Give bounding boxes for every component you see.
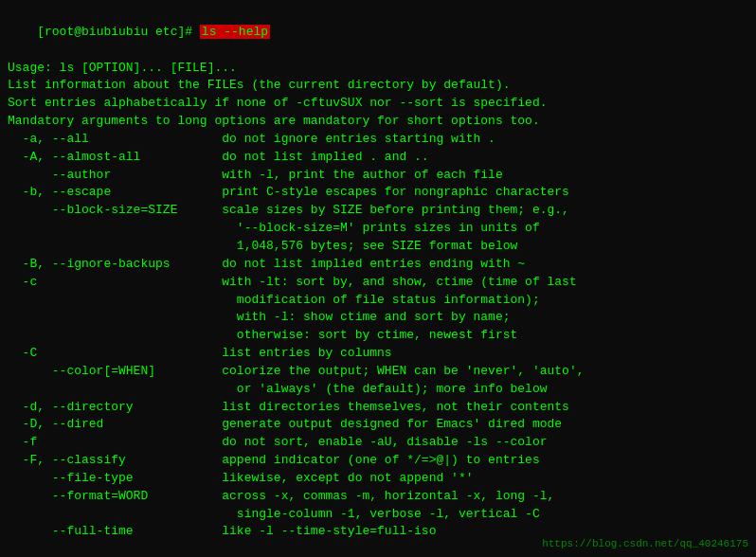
- terminal-line: -b, --escape print C-style escapes for n…: [8, 184, 748, 202]
- terminal-line: with -l: show ctime and sort by name;: [8, 309, 748, 327]
- terminal-line: --color[=WHEN] colorize the output; WHEN…: [8, 363, 748, 381]
- terminal-line: --format=WORD across -x, commas -m, hori…: [8, 488, 748, 506]
- terminal-line: 1,048,576 bytes; see SIZE format below: [8, 238, 748, 256]
- terminal-line: --author with -l, print the author of ea…: [8, 167, 748, 185]
- terminal-line: -C list entries by columns: [8, 345, 748, 363]
- terminal-line: --file-type likewise, except do not appe…: [8, 470, 748, 488]
- terminal-line: -D, --dired generate output designed for…: [8, 416, 748, 434]
- terminal-line: List information about the FILEs (the cu…: [8, 77, 748, 95]
- terminal-line: modification of file status information)…: [8, 292, 748, 310]
- prompt-text: [root@biubiubiu etc]#: [37, 25, 200, 39]
- terminal-line: -d, --directory list directories themsel…: [8, 399, 748, 417]
- terminal-line: single-column -1, verbose -l, vertical -…: [8, 506, 748, 524]
- terminal-line: Usage: ls [OPTION]... [FILE]...: [8, 60, 748, 78]
- terminal-line: otherwise: sort by ctime, newest first: [8, 327, 748, 345]
- command-text: ls --help: [200, 25, 270, 39]
- terminal-line: -a, --all do not ignore entries starting…: [8, 131, 748, 149]
- terminal-line: '--block-size=M' prints sizes in units o…: [8, 220, 748, 238]
- terminal-line: Mandatory arguments to long options are …: [8, 113, 748, 131]
- watermark: https://blog.csdn.net/qq_40246175: [542, 538, 748, 549]
- terminal-window: [root@biubiubiu etc]# ls --help Usage: l…: [0, 0, 756, 557]
- output-area: Usage: ls [OPTION]... [FILE]...List info…: [8, 60, 748, 542]
- prompt-line: [root@biubiubiu etc]# ls --help: [8, 6, 748, 60]
- terminal-line: -c with -lt: sort by, and show, ctime (t…: [8, 274, 748, 292]
- terminal-line: -B, --ignore-backups do not list implied…: [8, 256, 748, 274]
- terminal-line: -F, --classify append indicator (one of …: [8, 452, 748, 470]
- terminal-line: Sort entries alphabetically if none of -…: [8, 95, 748, 113]
- terminal-line: --block-size=SIZE scale sizes by SIZE be…: [8, 202, 748, 220]
- terminal-line: or 'always' (the default); more info bel…: [8, 381, 748, 399]
- terminal-line: -A, --almost-all do not list implied . a…: [8, 149, 748, 167]
- terminal-line: -f do not sort, enable -aU, disable -ls …: [8, 434, 748, 452]
